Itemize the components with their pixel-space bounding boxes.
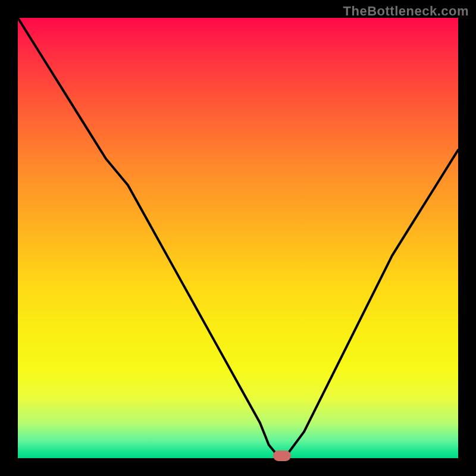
optimal-marker — [273, 450, 291, 461]
chart-container: TheBottleneck.com — [0, 0, 476, 476]
watermark-text: TheBottleneck.com — [343, 4, 469, 19]
curve-overlay — [18, 18, 458, 458]
bottleneck-curve — [18, 18, 458, 456]
